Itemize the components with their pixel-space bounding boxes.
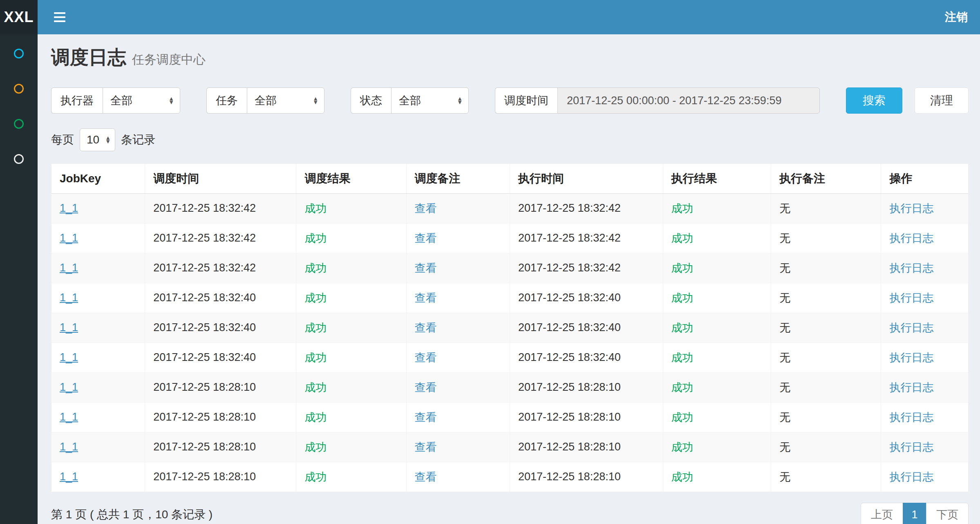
schedule-time-cell: 2017-12-25 18:28:10 [153, 470, 256, 483]
status-select-value: 全部 [399, 93, 421, 108]
circle-outline-icon [14, 84, 24, 94]
exec-time-cell: 2017-12-25 18:32:40 [518, 291, 621, 304]
logout-link[interactable]: 注销 [945, 9, 968, 25]
exec-log-link[interactable]: 执行日志 [889, 471, 933, 483]
select-arrows-icon: ▲▼ [168, 97, 174, 104]
exec-log-link[interactable]: 执行日志 [889, 232, 933, 244]
circle-outline-icon [14, 119, 24, 129]
schedule-result-cell: 成功 [304, 292, 327, 304]
schedule-remark-link[interactable]: 查看 [415, 352, 437, 364]
clear-button[interactable]: 清理 [915, 87, 969, 114]
circle-outline-icon [14, 49, 24, 58]
jobkey-link[interactable]: 1_1 [60, 441, 78, 453]
schedule-time-range-input[interactable]: 2017-12-25 00:00:00 - 2017-12-25 23:59:5… [557, 87, 820, 114]
sidebar [0, 34, 38, 524]
schedule-remark-link[interactable]: 查看 [415, 441, 437, 453]
exec-time-cell: 2017-12-25 18:28:10 [518, 381, 621, 393]
status-select[interactable]: 全部 ▲▼ [391, 87, 469, 114]
jobkey-link[interactable]: 1_1 [60, 351, 78, 363]
jobkey-link[interactable]: 1_1 [60, 262, 78, 274]
schedule-result-cell: 成功 [304, 411, 327, 423]
exec-result-cell: 成功 [671, 352, 694, 364]
schedule-remark-link[interactable]: 查看 [415, 381, 437, 394]
exec-log-link[interactable]: 执行日志 [889, 202, 933, 215]
exec-time-cell: 2017-12-25 18:32:40 [518, 321, 621, 334]
jobkey-link[interactable]: 1_1 [60, 381, 78, 393]
next-page-button[interactable]: 下页 [926, 503, 969, 524]
sidebar-item-dashboard[interactable] [0, 36, 38, 71]
column-header: 执行备注 [771, 164, 881, 193]
exec-log-link[interactable]: 执行日志 [889, 352, 933, 364]
schedule-time-cell: 2017-12-25 18:28:10 [153, 411, 256, 423]
exec-log-link[interactable]: 执行日志 [889, 292, 933, 304]
schedule-remark-link[interactable]: 查看 [415, 262, 437, 274]
status-label: 状态 [351, 87, 391, 114]
exec-result-cell: 成功 [671, 471, 694, 483]
exec-time-cell: 2017-12-25 18:32:42 [518, 232, 621, 244]
schedule-result-cell: 成功 [304, 352, 327, 364]
exec-log-link[interactable]: 执行日志 [889, 322, 933, 334]
schedule-time-cell: 2017-12-25 18:32:40 [153, 351, 256, 363]
column-header: 执行时间 [510, 164, 663, 193]
exec-result-cell: 成功 [671, 441, 694, 453]
schedule-time-cell: 2017-12-25 18:28:10 [153, 381, 256, 393]
page-title-text: 调度日志 [51, 47, 126, 68]
schedule-result-cell: 成功 [304, 262, 327, 274]
jobkey-link[interactable]: 1_1 [60, 291, 78, 304]
executor-select[interactable]: 全部 ▲▼ [103, 87, 180, 114]
schedule-remark-link[interactable]: 查看 [415, 232, 437, 244]
page-size-suffix: 条记录 [121, 132, 155, 148]
exec-log-link[interactable]: 执行日志 [889, 381, 933, 394]
column-header: 调度备注 [406, 164, 510, 193]
column-header: 执行结果 [663, 164, 771, 193]
schedule-remark-link[interactable]: 查看 [415, 411, 437, 423]
exec-log-link[interactable]: 执行日志 [889, 262, 933, 274]
exec-remark-cell: 无 [779, 202, 790, 215]
filter-executor: 执行器 全部 ▲▼ [51, 87, 180, 114]
jobkey-link[interactable]: 1_1 [60, 470, 78, 483]
current-page-button[interactable]: 1 [903, 503, 926, 524]
search-button[interactable]: 搜索 [846, 87, 902, 114]
schedule-time-cell: 2017-12-25 18:28:10 [153, 441, 256, 453]
page-size-select[interactable]: 10 ▲▼ [80, 128, 115, 151]
schedule-result-cell: 成功 [304, 441, 327, 453]
jobkey-link[interactable]: 1_1 [60, 202, 78, 214]
job-label: 任务 [206, 87, 247, 114]
page-size-control: 每页 10 ▲▼ 条记录 [51, 128, 969, 151]
log-table-panel: JobKey调度时间调度结果调度备注执行时间执行结果执行备注操作 1_12017… [51, 163, 969, 492]
hamburger-icon [54, 16, 65, 18]
pagination-summary: 第 1 页 ( 总共 1 页，10 条记录 ) [51, 507, 213, 522]
hamburger-icon [54, 20, 65, 22]
exec-result-cell: 成功 [671, 411, 694, 423]
executor-select-value: 全部 [110, 93, 132, 108]
schedule-result-cell: 成功 [304, 471, 327, 483]
exec-time-cell: 2017-12-25 18:28:10 [518, 411, 621, 423]
sidebar-toggle-button[interactable] [51, 8, 68, 26]
jobkey-link[interactable]: 1_1 [60, 232, 78, 244]
column-header: 调度结果 [296, 164, 406, 193]
main-content: 调度日志任务调度中心 执行器 全部 ▲▼ 任务 全部 ▲▼ 状态 全部 ▲▼ 调… [38, 0, 980, 524]
select-arrows-icon: ▲▼ [313, 97, 318, 104]
job-select[interactable]: 全部 ▲▼ [247, 87, 324, 114]
table-row: 1_12017-12-25 18:32:42成功查看2017-12-25 18:… [51, 193, 968, 223]
jobkey-link[interactable]: 1_1 [60, 321, 78, 334]
schedule-remark-link[interactable]: 查看 [415, 471, 437, 483]
schedule-remark-link[interactable]: 查看 [415, 292, 437, 304]
schedule-time-cell: 2017-12-25 18:32:40 [153, 291, 256, 304]
jobkey-link[interactable]: 1_1 [60, 411, 78, 423]
exec-log-link[interactable]: 执行日志 [889, 441, 933, 453]
exec-remark-cell: 无 [779, 262, 790, 274]
page-size-prefix: 每页 [51, 132, 74, 148]
exec-log-link[interactable]: 执行日志 [889, 411, 933, 423]
app-logo[interactable]: XXL [0, 0, 38, 34]
schedule-remark-link[interactable]: 查看 [415, 322, 437, 334]
schedule-time-cell: 2017-12-25 18:32:42 [153, 202, 256, 214]
schedule-remark-link[interactable]: 查看 [415, 202, 437, 215]
sidebar-item-job-manage[interactable] [0, 71, 38, 106]
select-arrows-icon: ▲▼ [457, 97, 463, 104]
page-size-value: 10 [87, 133, 99, 146]
sidebar-item-job-log[interactable] [0, 106, 38, 141]
prev-page-button[interactable]: 上页 [861, 503, 903, 524]
sidebar-item-executor-manage[interactable] [0, 141, 38, 177]
table-row: 1_12017-12-25 18:32:40成功查看2017-12-25 18:… [51, 283, 968, 313]
